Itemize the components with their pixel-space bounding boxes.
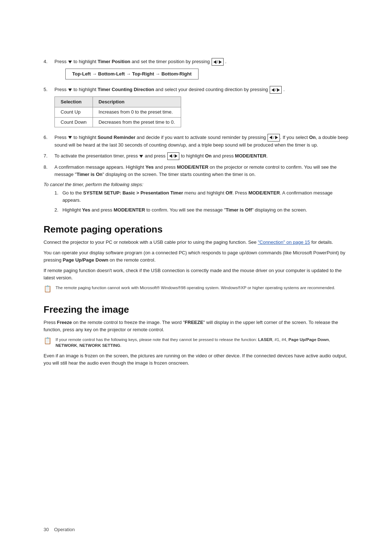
freezing-heading: Freezing the image (44, 304, 348, 315)
cancel-step-2: 2. Highlight Yes and press MODE/ENTER to… (54, 206, 348, 214)
step-7: 7. To activate the presentation timer, p… (44, 152, 348, 160)
step-8-num: 8. (44, 164, 54, 178)
remote-paging-para3: If remote paging function doesn't work, … (44, 267, 348, 282)
row-1-col-1: Count Up (55, 107, 93, 117)
step-5-content: Press to highlight Timer Counting Direct… (54, 86, 348, 130)
step-7-num: 7. (44, 152, 54, 160)
cancel-steps: 1. Go to the SYSTEM SETUP: Basic > Prese… (54, 189, 348, 213)
cancel-step-1-content: Go to the SYSTEM SETUP: Basic > Presenta… (62, 189, 348, 204)
step-7-content: To activate the presentation timer, pres… (54, 152, 348, 160)
step-5-num: 5. (44, 86, 54, 130)
freezing-para2: Even if an image is frozen on the screen… (44, 352, 348, 367)
row-2-col-2: Decreases from the preset time to 0. (93, 117, 181, 127)
remote-paging-para2: You can operate your display software pr… (44, 249, 348, 264)
step-8: 8. A confirmation message appears. Highl… (44, 164, 348, 178)
step-4-num: 4. (44, 58, 54, 82)
table-row: Count Down Decreases from the preset tim… (55, 117, 181, 127)
page-section: Operation (54, 527, 75, 532)
row-2-col-1: Count Down (55, 117, 93, 127)
remote-paging-note: 📋 The remote paging function cannot work… (44, 285, 348, 294)
arrow-box: Top-Left → Bottom-Left → Top-Right → Bot… (65, 69, 199, 79)
step-4-content: Press to highlight Timer Position and se… (54, 58, 348, 82)
step-5: 5. Press to highlight Timer Counting Dir… (44, 86, 348, 130)
remote-paging-heading: Remote paging operations (44, 224, 348, 235)
table-row: Count Up Increases from 0 to the preset … (55, 107, 181, 117)
cancel-step-2-content: Highlight Yes and press MODE/ENTER to co… (62, 206, 348, 214)
cancel-step-1: 1. Go to the SYSTEM SETUP: Basic > Prese… (54, 189, 348, 204)
cancel-step-2-num: 2. (54, 206, 62, 214)
step-8-content: A confirmation message appears. Highligh… (54, 164, 348, 178)
freezing-note-text: If your remote control has the following… (56, 337, 348, 349)
step-4: 4. Press to highlight Timer Position and… (44, 58, 348, 82)
cancel-heading: To cancel the timer, perform the followi… (44, 182, 348, 187)
freezing-note: 📋 If your remote control has the followi… (44, 337, 348, 349)
remote-paging-note-text: The remote paging function cannot work w… (56, 285, 335, 291)
step-6-num: 6. (44, 134, 54, 149)
connection-link[interactable]: "Connection" on page 15 (258, 239, 310, 245)
step-6: 6. Press to highlight Sound Reminder and… (44, 134, 348, 149)
page-footer: 30 Operation (44, 527, 75, 532)
freezing-note-icon: 📋 (44, 336, 54, 345)
col-selection: Selection (55, 97, 93, 107)
col-description: Description (93, 97, 181, 107)
freezing-para1: Press Freeze on the remote control to fr… (44, 319, 348, 333)
note-icon: 📋 (44, 284, 54, 294)
row-1-col-2: Increases from 0 to the preset time. (93, 107, 181, 117)
step-6-content: Press to highlight Sound Reminder and de… (54, 134, 348, 149)
page-number: 30 (44, 527, 49, 532)
cancel-step-1-num: 1. (54, 189, 62, 204)
remote-paging-para1: Connect the projector to your PC or note… (44, 239, 348, 246)
counting-direction-table: Selection Description Count Up Increases… (54, 97, 348, 127)
